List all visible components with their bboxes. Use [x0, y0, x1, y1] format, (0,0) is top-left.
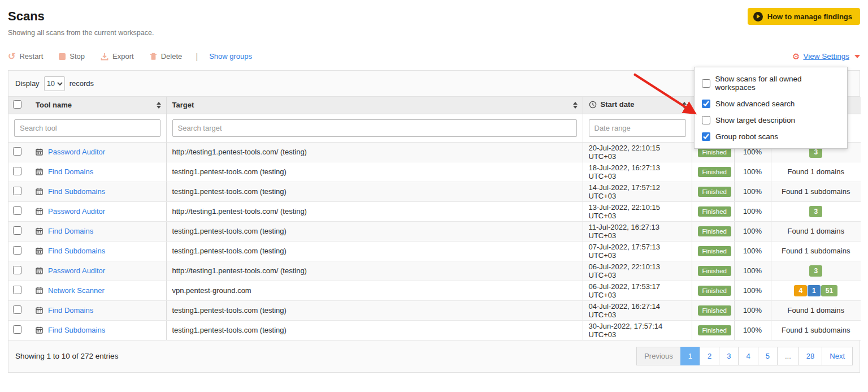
start-date-cell: 06-Jul-2022, 17:53:17 UTC+03 [583, 281, 692, 300]
tool-name-link[interactable]: Network Scanner [48, 286, 105, 295]
findings-cell: 3 [771, 201, 861, 221]
delete-icon [150, 53, 157, 61]
gear-icon: ⚙ [792, 52, 800, 61]
tool-name-link[interactable]: Password Auditor [48, 207, 105, 216]
view-settings-menu-item[interactable]: Show scans for all owned workspaces [695, 71, 847, 96]
progress-cell: 100% [734, 320, 771, 340]
view-settings-menu-item[interactable]: Group robot scans [695, 128, 847, 145]
row-checkbox[interactable] [13, 266, 21, 274]
delete-button[interactable]: Delete [150, 52, 183, 61]
records-per-page-select[interactable]: 10 [44, 76, 65, 91]
findings-count-badge[interactable]: 51 [821, 285, 837, 296]
tool-name-link[interactable]: Password Auditor [48, 266, 105, 275]
menu-item-checkbox[interactable] [702, 79, 710, 88]
menu-item-label: Show target description [715, 116, 795, 124]
sort-icon[interactable] [157, 102, 161, 109]
view-settings-control[interactable]: ⚙ View Settings [792, 52, 860, 61]
export-button[interactable]: Export [101, 52, 134, 61]
table-row: Find Domainstesting1.pentest-tools.com (… [8, 300, 861, 320]
stop-label: Stop [70, 52, 85, 61]
findings-cell: Found 1 subdomains [771, 241, 861, 261]
stop-button[interactable]: Stop [59, 52, 85, 61]
scheduled-scan-icon [36, 227, 43, 235]
start-date-cell: 04-Jul-2022, 16:27:14 UTC+03 [583, 300, 692, 320]
select-all-checkbox[interactable] [13, 100, 21, 109]
pagination-5[interactable]: 5 [758, 347, 778, 365]
pagination-2[interactable]: 2 [700, 347, 719, 365]
export-icon [101, 53, 108, 61]
column-header-tool-name[interactable]: Tool name [30, 97, 166, 114]
tool-name-link[interactable]: Password Auditor [48, 148, 105, 156]
sort-icon[interactable] [682, 102, 687, 109]
row-checkbox[interactable] [13, 325, 21, 334]
findings-count-badge[interactable]: 4 [794, 285, 807, 296]
view-settings-menu-item[interactable]: Show advanced search [695, 96, 847, 112]
status-badge: Finished [698, 246, 731, 256]
scheduled-scan-icon [36, 326, 43, 334]
target-cell: testing1.pentest-tools.com (testing) [166, 320, 583, 340]
start-date-cell: 11-Jul-2022, 16:27:13 UTC+03 [583, 221, 692, 241]
status-badge: Finished [698, 206, 731, 217]
row-checkbox[interactable] [13, 147, 21, 156]
progress-cell: 100% [734, 281, 771, 300]
status-badge: Finished [698, 226, 731, 236]
row-checkbox[interactable] [13, 226, 21, 235]
date-range-input[interactable] [589, 119, 686, 137]
pagination-4[interactable]: 4 [738, 347, 758, 365]
target-header-label: Target [172, 101, 194, 109]
help-button-label: How to manage findings [767, 12, 852, 21]
start-date-cell: 06-Jul-2022, 22:10:13 UTC+03 [583, 261, 692, 281]
column-header-start-date[interactable]: Start date [583, 97, 692, 114]
row-checkbox[interactable] [13, 187, 21, 195]
column-header-target[interactable]: Target [166, 97, 583, 114]
findings-cell: Found 1 domains [771, 162, 861, 182]
search-target-input[interactable] [172, 119, 577, 137]
pagination-3[interactable]: 3 [719, 347, 739, 365]
scans-page: Scans Showing all scans from the current… [0, 0, 868, 373]
start-date-cell: 20-Jul-2022, 22:10:15 UTC+03 [583, 142, 692, 162]
search-tool-input[interactable] [14, 119, 160, 137]
pagination-1[interactable]: 1 [680, 347, 700, 365]
menu-item-checkbox[interactable] [702, 132, 710, 141]
pagination-ellipsis: ... [777, 347, 799, 365]
sort-icon[interactable] [573, 102, 578, 109]
findings-count-badge[interactable]: 3 [809, 265, 822, 277]
tool-name-link[interactable]: Find Subdomains [48, 247, 105, 255]
scheduled-scan-icon [36, 247, 43, 255]
menu-item-label: Group robot scans [715, 132, 778, 141]
how-to-manage-findings-button[interactable]: How to manage findings [748, 8, 860, 25]
row-checkbox[interactable] [13, 286, 21, 294]
table-row: Find Subdomainstesting1.pentest-tools.co… [8, 241, 861, 261]
tool-name-link[interactable]: Find Subdomains [48, 187, 105, 196]
row-checkbox[interactable] [13, 246, 21, 255]
table-row: Find Subdomainstesting1.pentest-tools.co… [8, 320, 861, 340]
view-settings-link[interactable]: View Settings [803, 52, 849, 61]
page-header: Scans Showing all scans from the current… [8, 8, 860, 37]
row-checkbox[interactable] [13, 305, 21, 314]
target-cell: testing1.pentest-tools.com (testing) [166, 300, 583, 320]
view-settings-menu-item[interactable]: Show target description [695, 112, 847, 128]
scheduled-scan-icon [36, 168, 43, 175]
pagination-next[interactable]: Next [822, 347, 853, 365]
menu-item-checkbox[interactable] [702, 116, 710, 124]
pagination-28[interactable]: 28 [798, 347, 822, 365]
restart-button[interactable]: ↺ Restart [8, 52, 43, 61]
tool-name-link[interactable]: Find Domains [48, 227, 93, 235]
pagination: Previous12345...28Next [637, 347, 853, 365]
target-cell: http://testing1.pentest-tools.com/ (test… [166, 142, 583, 162]
scheduled-scan-icon [36, 148, 43, 156]
row-checkbox[interactable] [13, 206, 21, 215]
tool-name-link[interactable]: Find Domains [48, 167, 93, 176]
show-groups-link[interactable]: Show groups [209, 52, 252, 61]
scheduled-scan-icon [36, 267, 43, 274]
target-cell: testing1.pentest-tools.com (testing) [166, 182, 583, 201]
findings-count-badge[interactable]: 1 [808, 285, 821, 296]
tool-name-header-label: Tool name [36, 101, 72, 109]
title-block: Scans Showing all scans from the current… [8, 8, 154, 37]
row-checkbox[interactable] [13, 167, 21, 175]
status-badge: Finished [698, 305, 731, 316]
menu-item-checkbox[interactable] [702, 100, 710, 108]
findings-count-badge[interactable]: 3 [809, 206, 822, 217]
tool-name-link[interactable]: Find Subdomains [48, 326, 105, 334]
tool-name-link[interactable]: Find Domains [48, 306, 93, 315]
